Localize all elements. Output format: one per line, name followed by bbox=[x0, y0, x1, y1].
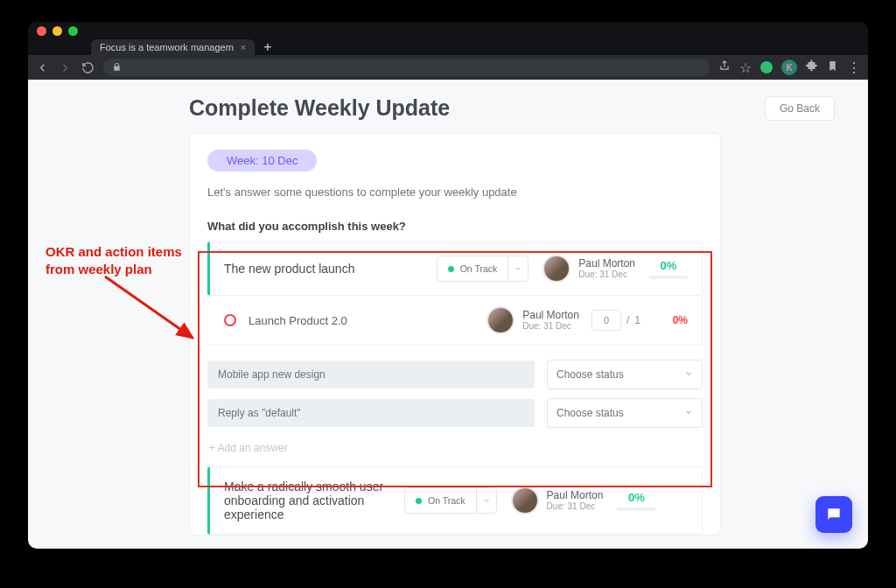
chevron-down-icon bbox=[684, 368, 693, 381]
progress-block: 0% bbox=[649, 259, 688, 279]
toolbar-right: ☆ K ⋮ bbox=[718, 60, 861, 76]
share-icon[interactable] bbox=[718, 60, 731, 75]
chat-fab[interactable] bbox=[816, 496, 852, 533]
annotation-arrow-icon bbox=[105, 276, 210, 346]
assignee: Paul Morton Due: 31 Dec bbox=[542, 255, 635, 283]
stage: Focus is a teamwork managem × + ☆ K ⋮ bbox=[0, 0, 896, 588]
week-pill: Week: 10 Dec bbox=[207, 150, 317, 172]
avatar bbox=[486, 306, 514, 334]
question-title: What did you accomplish this week? bbox=[207, 220, 703, 233]
fraction-numerator-input[interactable] bbox=[592, 310, 621, 331]
avatar bbox=[511, 486, 539, 514]
status-label: On Track bbox=[428, 495, 466, 506]
fraction-denominator: 1 bbox=[634, 314, 640, 326]
chevron-down-icon[interactable] bbox=[476, 488, 496, 513]
due-date: Due: 31 Dec bbox=[547, 501, 604, 511]
back-icon[interactable] bbox=[35, 60, 49, 74]
bookmark-icon[interactable] bbox=[827, 60, 838, 75]
status-dot-icon bbox=[416, 498, 422, 504]
chevron-down-icon bbox=[684, 407, 693, 419]
chat-icon bbox=[825, 506, 843, 523]
browser-tab[interactable]: Focus is a teamwork managem × bbox=[91, 39, 255, 55]
close-window-icon[interactable] bbox=[37, 26, 46, 36]
tab-strip: Focus is a teamwork managem × + bbox=[28, 39, 868, 55]
annotation-text: OKR and action items from weekly plan bbox=[46, 243, 182, 279]
star-icon[interactable]: ☆ bbox=[739, 60, 752, 76]
assignee-name: Paul Morton bbox=[547, 490, 604, 502]
assignee: Paul Morton Due: 31 Dec bbox=[486, 306, 579, 334]
browser-toolbar: ☆ K ⋮ bbox=[28, 55, 868, 80]
status-button[interactable]: On Track bbox=[438, 256, 508, 281]
answer-text[interactable]: Reply as "default" bbox=[207, 399, 535, 427]
lock-icon bbox=[112, 62, 122, 74]
select-placeholder: Choose status bbox=[556, 368, 624, 381]
progress-bar bbox=[649, 276, 688, 279]
annotation-line: OKR and action items bbox=[46, 243, 182, 261]
answer-row: Reply as "default" Choose status bbox=[207, 398, 703, 428]
add-answer-button[interactable]: + Add an answer bbox=[209, 442, 703, 454]
progress-bar bbox=[617, 508, 655, 511]
answer-row: Mobile app new design Choose status bbox=[207, 360, 703, 389]
okr-item: The new product launch On Track bbox=[207, 242, 703, 296]
extensions-icon[interactable] bbox=[806, 60, 818, 75]
status-selector[interactable]: On Track bbox=[437, 256, 529, 282]
select-placeholder: Choose status bbox=[556, 407, 624, 419]
okr-item: Make a radically smooth user onboarding … bbox=[207, 466, 703, 535]
minimize-window-icon[interactable] bbox=[52, 26, 62, 36]
fraction-input: / 1 bbox=[592, 310, 640, 331]
close-tab-icon[interactable]: × bbox=[241, 42, 246, 52]
status-select[interactable]: Choose status bbox=[547, 360, 703, 389]
percent-label: 0% bbox=[649, 259, 688, 272]
maximize-window-icon[interactable] bbox=[68, 26, 78, 36]
svg-line-0 bbox=[105, 276, 192, 338]
forward-icon[interactable] bbox=[58, 60, 72, 74]
reload-icon[interactable] bbox=[80, 60, 94, 74]
url-field[interactable] bbox=[103, 59, 710, 76]
chevron-down-icon[interactable] bbox=[508, 256, 528, 281]
go-back-button[interactable]: Go Back bbox=[765, 96, 835, 121]
avatar bbox=[542, 255, 570, 283]
assignee-name: Paul Morton bbox=[522, 310, 579, 322]
page-header: Complete Weekly Update Go Back bbox=[189, 95, 835, 121]
assignee: Paul Morton Due: 31 Dec bbox=[511, 486, 604, 514]
okr-title: The new product launch bbox=[224, 262, 423, 276]
status-button[interactable]: On Track bbox=[405, 488, 476, 513]
new-tab-button[interactable]: + bbox=[255, 39, 280, 55]
status-label: On Track bbox=[460, 263, 498, 274]
assignee-name: Paul Morton bbox=[578, 258, 635, 270]
due-date: Due: 31 Dec bbox=[578, 270, 635, 279]
percent-label: 0% bbox=[617, 491, 655, 504]
page-title: Complete Weekly Update bbox=[189, 95, 450, 121]
weekly-update-card: Week: 10 Dec Let's answer some questions… bbox=[189, 133, 721, 536]
intro-text: Let's answer some questions to complete … bbox=[207, 186, 703, 199]
progress-block: 0% bbox=[617, 491, 655, 511]
status-dot-icon bbox=[448, 266, 454, 272]
due-date: Due: 31 Dec bbox=[522, 321, 579, 331]
okr-subitem: Launch Product 2.0 Paul Morton Due: 31 D… bbox=[207, 296, 703, 346]
status-selector[interactable]: On Track bbox=[404, 487, 497, 514]
status-select[interactable]: Choose status bbox=[547, 398, 703, 428]
percent-label: 0% bbox=[653, 314, 688, 326]
fraction-separator: / bbox=[626, 314, 629, 326]
traffic-lights bbox=[37, 26, 78, 36]
window-titlebar bbox=[28, 22, 868, 39]
subitem-title: Launch Product 2.0 bbox=[248, 314, 474, 327]
status-ring-icon bbox=[224, 314, 236, 326]
profile-avatar[interactable]: K bbox=[781, 60, 797, 75]
okr-title: Make a radically smooth user onboarding … bbox=[224, 480, 390, 522]
answer-text[interactable]: Mobile app new design bbox=[207, 360, 535, 388]
kebab-menu-icon[interactable]: ⋮ bbox=[847, 60, 861, 76]
extension-circle-icon[interactable] bbox=[760, 61, 773, 74]
tab-title: Focus is a teamwork managem bbox=[100, 42, 234, 52]
